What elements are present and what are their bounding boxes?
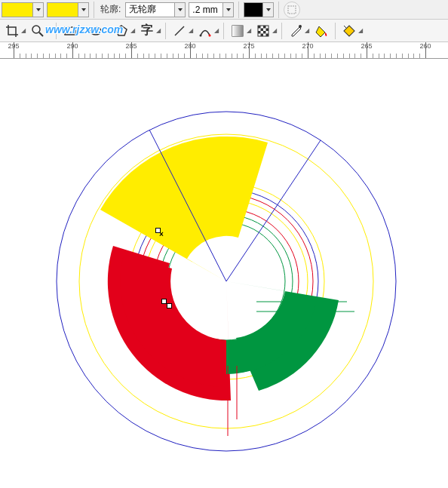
outline-width-select[interactable]: .2 mm bbox=[189, 2, 234, 17]
ruler-label: 265 bbox=[361, 42, 372, 50]
ruler-tick-minor bbox=[331, 54, 332, 59]
svg-rect-3 bbox=[65, 27, 75, 35]
flyout-indicator: ◢ bbox=[272, 27, 277, 34]
ruler-tick-minor bbox=[413, 54, 414, 59]
uniform-fill-tool[interactable] bbox=[229, 22, 247, 40]
property-bar: 轮廓: 无轮廓 .2 mm bbox=[0, 0, 448, 20]
divider bbox=[335, 23, 336, 39]
outline-color-swatch bbox=[244, 3, 262, 17]
flyout-indicator: ◢ bbox=[156, 27, 161, 34]
svg-rect-13 bbox=[263, 26, 266, 29]
pattern-fill-tool[interactable] bbox=[254, 22, 272, 40]
toolbox: ◢ ◢ ◢ ◢ ◢ 字 ◢ ◢ ◢ ◢ ◢ bbox=[0, 20, 448, 42]
canvas[interactable]: × bbox=[0, 59, 448, 488]
chevron-down-icon bbox=[32, 3, 43, 17]
eyedropper-icon bbox=[289, 24, 302, 38]
rectangle-tool[interactable] bbox=[61, 22, 79, 40]
ruler-tick-minor bbox=[314, 54, 315, 59]
flyout-indicator: ◢ bbox=[47, 27, 51, 34]
svg-rect-17 bbox=[263, 31, 266, 34]
eyedropper-tool[interactable] bbox=[287, 22, 305, 40]
chevron-down-icon bbox=[174, 3, 185, 17]
ruler-tick-minor bbox=[408, 54, 409, 59]
fill-combo-1[interactable] bbox=[2, 2, 44, 17]
ruler-tick-minor bbox=[161, 54, 161, 59]
flyout-indicator: ◢ bbox=[305, 27, 309, 34]
svg-line-22 bbox=[344, 26, 347, 29]
ruler-tick-minor bbox=[237, 54, 238, 59]
ruler-tick-minor bbox=[384, 54, 385, 59]
svg-rect-16 bbox=[258, 31, 261, 34]
flyout-indicator: ◢ bbox=[247, 27, 251, 34]
divider bbox=[238, 2, 239, 18]
polygon-tool[interactable] bbox=[112, 22, 130, 40]
ruler-tick-minor bbox=[266, 54, 267, 59]
svg-rect-19 bbox=[266, 33, 269, 36]
fill-swatch-2 bbox=[48, 3, 78, 17]
ruler-tick-minor bbox=[173, 54, 173, 59]
freehand-tool[interactable] bbox=[170, 22, 189, 40]
divider bbox=[278, 2, 279, 18]
divider bbox=[56, 23, 57, 39]
flyout-indicator: ◢ bbox=[79, 27, 84, 34]
ruler-label: 275 bbox=[243, 42, 254, 50]
copy-properties-button[interactable] bbox=[284, 2, 300, 18]
ruler-tick-minor bbox=[37, 54, 38, 59]
selection-handle[interactable] bbox=[167, 303, 172, 308]
ruler-tick-minor bbox=[284, 54, 285, 59]
ruler-label: 285 bbox=[125, 42, 137, 50]
divider bbox=[223, 23, 224, 39]
ruler-tick-minor bbox=[390, 54, 391, 59]
interactive-fill-tool[interactable] bbox=[340, 22, 358, 40]
ruler-label: 260 bbox=[419, 42, 431, 50]
fill-combo-2[interactable] bbox=[47, 2, 89, 17]
ruler-tick-minor bbox=[149, 54, 149, 59]
ruler-tick-minor bbox=[302, 54, 302, 59]
chevron-down-icon bbox=[222, 3, 233, 17]
width-value: .2 mm bbox=[189, 5, 222, 15]
ruler-label: 280 bbox=[184, 42, 195, 50]
ruler-tick-minor bbox=[202, 54, 203, 59]
chevron-down-icon bbox=[78, 3, 88, 17]
paint-bucket-icon bbox=[315, 24, 328, 38]
selection-handle[interactable] bbox=[161, 299, 167, 304]
flyout-indicator: ◢ bbox=[189, 27, 193, 34]
paint-bucket-tool[interactable] bbox=[312, 22, 330, 40]
outline-style-select[interactable]: 无轮廓 bbox=[125, 2, 186, 17]
bezier-icon bbox=[198, 24, 212, 38]
ruler-label: 290 bbox=[66, 42, 78, 50]
zoom-icon bbox=[31, 24, 44, 38]
ellipse-tool[interactable] bbox=[87, 22, 105, 40]
ruler-tick-minor bbox=[379, 54, 379, 59]
bezier-tool[interactable] bbox=[196, 22, 214, 40]
ruler-label: 270 bbox=[302, 42, 313, 50]
svg-rect-15 bbox=[266, 28, 269, 31]
ruler-tick-minor bbox=[31, 54, 32, 59]
ruler-label: 295 bbox=[8, 42, 19, 50]
ruler-tick-minor bbox=[43, 54, 44, 59]
zoom-tool[interactable] bbox=[29, 22, 47, 40]
ruler-tick-minor bbox=[419, 54, 420, 59]
ruler-tick-minor bbox=[55, 54, 56, 59]
flyout-indicator: ◢ bbox=[214, 27, 219, 34]
crop-tool[interactable] bbox=[3, 22, 21, 40]
outline-color-combo[interactable] bbox=[244, 2, 274, 17]
text-tool[interactable]: 字 bbox=[138, 22, 156, 40]
svg-line-2 bbox=[39, 32, 43, 36]
fill-swatch-1 bbox=[2, 3, 32, 17]
ruler-tick-minor bbox=[354, 54, 355, 59]
flyout-indicator: ◢ bbox=[358, 27, 363, 34]
crop-icon bbox=[5, 24, 19, 38]
svg-rect-14 bbox=[261, 28, 264, 31]
ruler-tick-minor bbox=[102, 54, 103, 59]
ruler-tick-minor bbox=[66, 54, 67, 59]
polygon-icon bbox=[115, 24, 128, 38]
selection-center-icon: × bbox=[159, 230, 164, 238]
ruler-tick-minor bbox=[184, 54, 185, 59]
svg-point-8 bbox=[209, 34, 211, 36]
ruler-tick-minor bbox=[49, 54, 50, 59]
ruler-tick-minor bbox=[337, 54, 338, 59]
svg-point-7 bbox=[200, 34, 202, 36]
ruler-tick-minor bbox=[261, 54, 262, 59]
svg-rect-18 bbox=[261, 33, 264, 36]
